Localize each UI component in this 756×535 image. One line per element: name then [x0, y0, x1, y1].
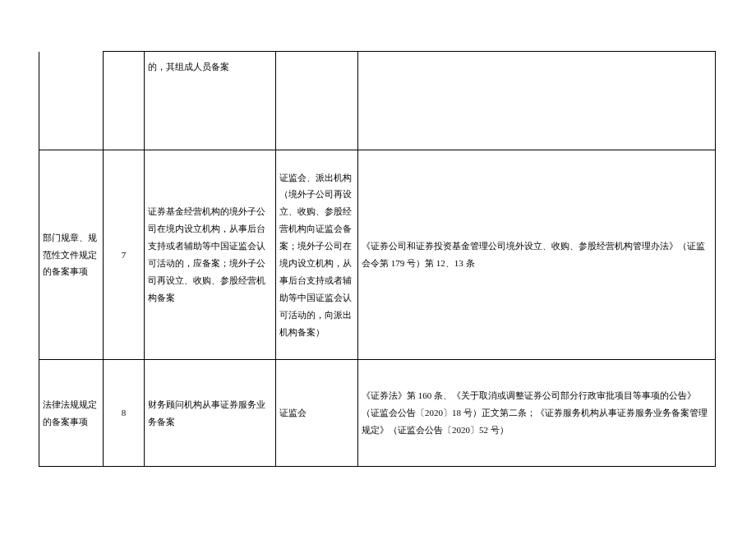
cell-basis: 《证券公司和证券投资基金管理公司境外设立、收购、参股经营机构管理办法》（证监会令… [358, 150, 716, 360]
table-row: 法律法规规定的备案事项 8 财务顾问机构从事证券服务业务备案 证监会 《证券法》… [39, 360, 716, 467]
table-row: 部门规章、规范性文件规定的备案事项 7 证券基金经营机构的境外子公司在境内设立机… [39, 150, 716, 360]
cell-item: 证券基金经营机构的境外子公司在境内设立机构，从事后台支持或者辅助等中国证监会认可… [145, 150, 276, 360]
cell-number [104, 52, 145, 150]
table-row: 的，其组成人员备案 [39, 52, 716, 150]
cell-category: 法律法规规定的备案事项 [39, 360, 104, 467]
cell-category: 部门规章、规范性文件规定的备案事项 [39, 150, 104, 360]
cell-item: 财务顾问机构从事证券服务业务备案 [145, 360, 276, 467]
cell-basis: 《证券法》第 160 条、《关于取消或调整证券公司部分行政审批项目等事项的公告》… [358, 360, 716, 467]
cell-category [39, 52, 104, 150]
cell-authority: 证监会、派出机构（境外子公司再设立、收购、参股经营机构向证监会备案；境外子公司在… [276, 150, 358, 360]
cell-basis [358, 52, 716, 150]
cell-number: 8 [104, 360, 145, 467]
cell-authority [276, 52, 358, 150]
regulatory-table: 的，其组成人员备案 部门规章、规范性文件规定的备案事项 7 证券基金经营机构的境… [39, 51, 715, 467]
data-table: 的，其组成人员备案 部门规章、规范性文件规定的备案事项 7 证券基金经营机构的境… [39, 51, 716, 467]
cell-authority: 证监会 [276, 360, 358, 467]
cell-number: 7 [104, 150, 145, 360]
cell-item: 的，其组成人员备案 [145, 52, 276, 150]
